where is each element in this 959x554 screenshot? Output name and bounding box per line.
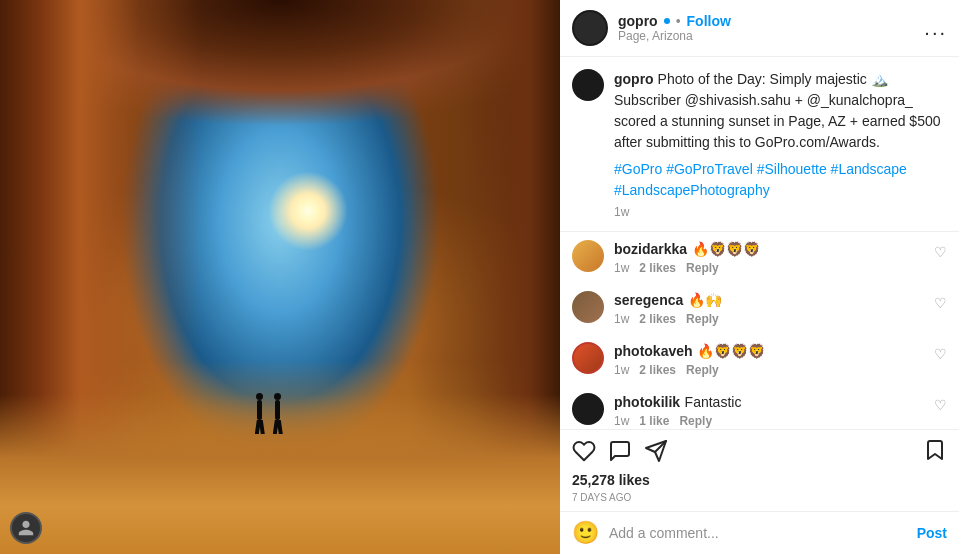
avatar-inner [574, 12, 606, 44]
comment-body: photokaveh 🔥🦁🦁🦁 1w 2 likes Reply [614, 342, 947, 377]
comment-time: 1w [614, 363, 629, 377]
caption-content: Photo of the Day: Simply majestic 🏔️ Sub… [614, 71, 941, 150]
follow-button[interactable]: Follow [687, 13, 731, 29]
comment-likes: 2 likes [639, 261, 676, 275]
comment-meta: 1w 2 likes Reply [614, 363, 947, 377]
sun-glow [268, 171, 348, 251]
comment-item: bozidarkka 🔥🦁🦁🦁 1w 2 likes Reply ♡ [560, 232, 959, 283]
comment-item: photokaveh 🔥🦁🦁🦁 1w 2 likes Reply ♡ [560, 334, 959, 385]
likes-count: 25,278 likes [572, 468, 947, 492]
caption-time: 1w [614, 205, 947, 219]
comment-item: seregenca 🔥🙌 1w 2 likes Reply ♡ [560, 283, 959, 334]
post-content-scroll: gopro Photo of the Day: Simply majestic … [560, 57, 959, 429]
comment-time: 1w [614, 414, 629, 428]
figure-body [257, 400, 262, 420]
like-comment-icon[interactable]: ♡ [934, 244, 947, 260]
comment-reply-btn[interactable]: Reply [686, 261, 719, 275]
comment-text-input[interactable] [609, 525, 907, 541]
comment-text: 🔥🦁🦁🦁 [692, 241, 760, 257]
commenter-username[interactable]: photokaveh [614, 343, 693, 359]
caption-body: gopro Photo of the Day: Simply majestic … [614, 69, 947, 219]
action-icons-row [572, 438, 947, 468]
save-button[interactable] [923, 438, 947, 468]
caption-text: gopro Photo of the Day: Simply majestic … [614, 69, 947, 153]
comment-body: photokilik Fantastic 1w 1 like Reply [614, 393, 947, 428]
comment-reply-btn[interactable]: Reply [686, 363, 719, 377]
comment-reply-btn[interactable]: Reply [686, 312, 719, 326]
commenter-username[interactable]: photokilik [614, 394, 680, 410]
verified-badge [664, 18, 670, 24]
account-info: gopro • Follow Page, Arizona [618, 13, 914, 43]
post-date: 7 days ago [572, 492, 947, 511]
figure-head [256, 393, 263, 400]
figure-head [274, 393, 281, 400]
action-bar: 25,278 likes 7 days ago [560, 429, 959, 511]
figure-left [255, 393, 265, 434]
comment-avatar[interactable] [572, 393, 604, 425]
comment-text: Fantastic [685, 394, 742, 410]
comment-likes: 2 likes [639, 363, 676, 377]
comment-text: 🔥🙌 [688, 292, 722, 308]
comment-avatar[interactable] [572, 291, 604, 323]
account-avatar[interactable] [572, 10, 608, 46]
comment-input-bar: 🙂 Post [560, 511, 959, 554]
share-button[interactable] [644, 439, 668, 467]
comment-button[interactable] [608, 439, 632, 467]
comment-avatar[interactable] [572, 240, 604, 272]
figure-right [273, 393, 283, 434]
caption-avatar[interactable] [572, 69, 604, 101]
comment-meta: 1w 1 like Reply [614, 414, 947, 428]
commenter-username[interactable]: seregenca [614, 292, 683, 308]
silhouette-figures [255, 393, 283, 434]
emoji-picker-button[interactable]: 🙂 [572, 520, 599, 546]
viewer-avatar[interactable] [10, 512, 42, 544]
photo-canvas [0, 0, 560, 554]
commenter-username[interactable]: bozidarkka [614, 241, 687, 257]
like-button[interactable] [572, 439, 596, 467]
comment-text: 🔥🦁🦁🦁 [697, 343, 765, 359]
comment-avatar[interactable] [572, 342, 604, 374]
comment-meta: 1w 2 likes Reply [614, 261, 947, 275]
comment-time: 1w [614, 312, 629, 326]
figure-legs [273, 420, 283, 434]
comment-likes: 2 likes [639, 312, 676, 326]
post-comment-button[interactable]: Post [917, 525, 947, 541]
like-comment-icon[interactable]: ♡ [934, 397, 947, 413]
comment-meta: 1w 2 likes Reply [614, 312, 947, 326]
photo-panel [0, 0, 560, 554]
username-row: gopro • Follow [618, 13, 914, 29]
post-header: gopro • Follow Page, Arizona ... [560, 0, 959, 57]
like-comment-icon[interactable]: ♡ [934, 295, 947, 311]
caption-section: gopro Photo of the Day: Simply majestic … [560, 57, 959, 232]
post-panel: gopro • Follow Page, Arizona ... gopro P… [560, 0, 959, 554]
caption-hashtags[interactable]: #GoPro #GoProTravel #Silhouette #Landsca… [614, 159, 947, 201]
post-location: Page, Arizona [618, 29, 914, 43]
comment-body: bozidarkka 🔥🦁🦁🦁 1w 2 likes Reply [614, 240, 947, 275]
account-username[interactable]: gopro [618, 13, 658, 29]
like-comment-icon[interactable]: ♡ [934, 346, 947, 362]
comment-time: 1w [614, 261, 629, 275]
caption-username[interactable]: gopro [614, 71, 654, 87]
figure-legs [255, 420, 265, 434]
comment-body: seregenca 🔥🙌 1w 2 likes Reply [614, 291, 947, 326]
dot-separator: • [676, 13, 681, 29]
figure-body [275, 400, 280, 420]
comment-item: photokilik Fantastic 1w 1 like Reply ♡ [560, 385, 959, 429]
more-options-button[interactable]: ... [924, 18, 947, 38]
comment-likes: 1 like [639, 414, 669, 428]
comment-reply-btn[interactable]: Reply [679, 414, 712, 428]
